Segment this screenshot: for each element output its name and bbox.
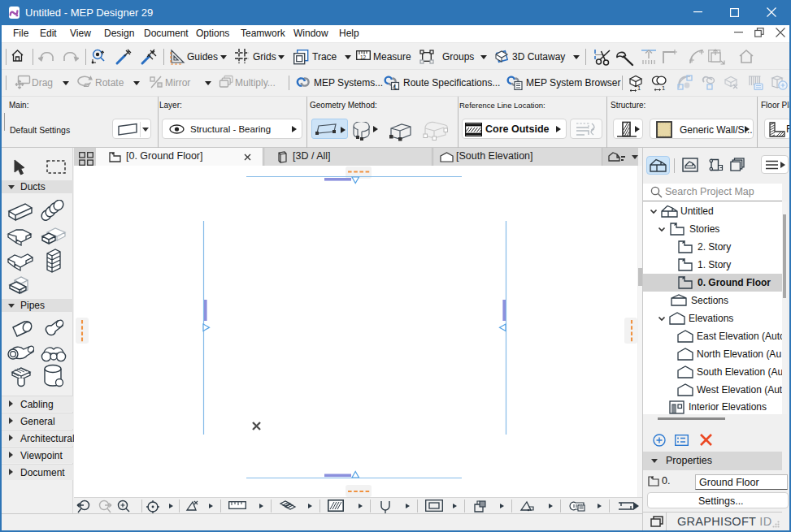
svg-text:1: 1 — [393, 84, 397, 90]
svg-text:1: 1 — [662, 84, 665, 92]
svg-text:12: 12 — [360, 54, 367, 60]
svg-text:1: 1 — [637, 84, 641, 92]
